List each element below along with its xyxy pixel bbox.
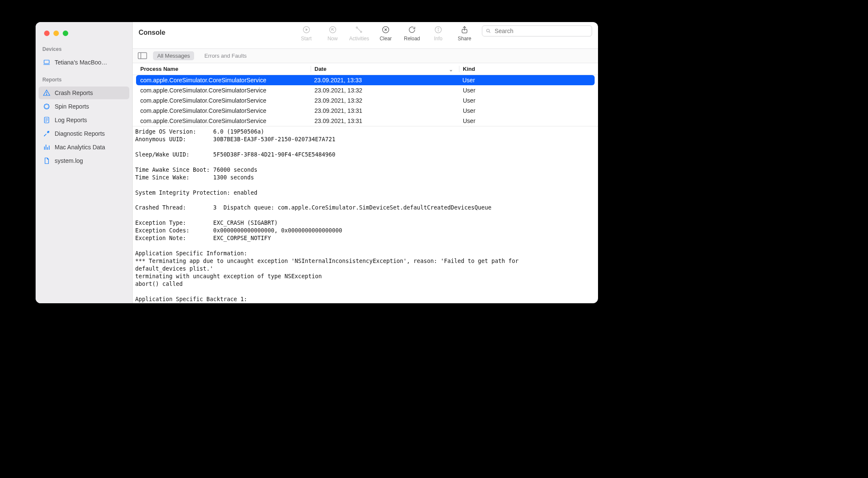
- app-title: Console: [139, 25, 165, 36]
- sidebar-item-label: system.log: [55, 157, 83, 164]
- cell-kind: User: [459, 107, 598, 114]
- info-circle-icon: [434, 25, 442, 34]
- cell-process: com.apple.CoreSimulator.CoreSimulatorSer…: [136, 77, 311, 84]
- sidebar-item-label: Diagnostic Reports: [55, 130, 105, 137]
- laptop-icon: [43, 59, 50, 66]
- toolbar-label: Activities: [349, 36, 369, 42]
- bar-chart-icon: [43, 143, 50, 151]
- cell-kind: User: [459, 117, 598, 124]
- now-button[interactable]: Now: [323, 25, 342, 42]
- toolbar-label: Share: [458, 36, 471, 42]
- cell-process: com.apple.CoreSimulator.CoreSimulatorSer…: [133, 87, 311, 94]
- cell-kind: User: [459, 87, 598, 94]
- table-row[interactable]: com.apple.CoreSimulator.CoreSimulatorSer…: [133, 95, 598, 106]
- cell-process: com.apple.CoreSimulator.CoreSimulatorSer…: [133, 117, 311, 124]
- sidebar-item-crash-reports[interactable]: Crash Reports: [39, 87, 129, 99]
- table-row[interactable]: com.apple.CoreSimulator.CoreSimulatorSer…: [133, 106, 598, 116]
- reload-icon: [408, 25, 416, 34]
- sort-indicator-icon: ⌄: [449, 67, 453, 73]
- cell-kind: User: [459, 77, 595, 84]
- reload-button[interactable]: Reload: [402, 25, 422, 42]
- tools-icon: [43, 130, 50, 137]
- sidebar-item-label: Spin Reports: [55, 103, 89, 110]
- main-pane: Console Start Now Activities Clear: [133, 22, 598, 303]
- toolbar-label: Start: [301, 36, 312, 42]
- sidebar-device-item[interactable]: Tetiana's MacBoo…: [39, 56, 129, 69]
- clear-button[interactable]: Clear: [376, 25, 395, 42]
- cell-kind: User: [459, 97, 598, 104]
- svg-rect-0: [44, 60, 49, 64]
- toolbar-label: Now: [328, 36, 338, 42]
- sidebar-item-label: Mac Analytics Data: [55, 144, 105, 151]
- toolbar-label: Reload: [404, 36, 420, 42]
- table-row[interactable]: com.apple.CoreSimulator.CoreSimulatorSer…: [136, 75, 595, 85]
- filter-all-messages[interactable]: All Messages: [153, 51, 194, 60]
- report-table-body: com.apple.CoreSimulator.CoreSimulatorSer…: [133, 75, 598, 126]
- share-button[interactable]: Share: [455, 25, 474, 42]
- column-header-process[interactable]: Process Name: [133, 66, 311, 72]
- sidebar-toggle-button[interactable]: [138, 52, 147, 60]
- svg-rect-14: [138, 53, 147, 59]
- now-circle-icon: [328, 25, 337, 34]
- zoom-window-button[interactable]: [63, 31, 68, 36]
- activities-button[interactable]: Activities: [349, 25, 369, 42]
- column-header-kind[interactable]: Kind: [459, 66, 598, 72]
- file-icon: [43, 157, 50, 165]
- column-header-date[interactable]: Date ⌄: [311, 66, 459, 72]
- cell-date: 23.09.2021, 13:32: [311, 87, 459, 94]
- cell-date: 23.09.2021, 13:31: [311, 117, 459, 124]
- sidebar-devices-header: Devices: [36, 39, 132, 56]
- share-icon: [460, 25, 469, 34]
- sidebar-item-label: Log Reports: [55, 117, 87, 123]
- toolbar: Console Start Now Activities Clear: [133, 22, 598, 48]
- branch-icon: [355, 25, 363, 34]
- search-icon: [486, 28, 491, 34]
- start-button[interactable]: Start: [297, 25, 316, 42]
- close-window-button[interactable]: [44, 31, 50, 36]
- window-controls: [36, 31, 132, 39]
- info-button[interactable]: Info: [428, 25, 448, 42]
- minimize-window-button[interactable]: [53, 31, 59, 36]
- cell-date: 23.09.2021, 13:33: [311, 77, 459, 84]
- toolbar-label: Clear: [380, 36, 392, 42]
- filter-bar: All Messages Errors and Faults: [133, 48, 598, 63]
- table-header: Process Name Date ⌄ Kind: [133, 63, 598, 75]
- search-field[interactable]: [482, 25, 592, 36]
- svg-point-11: [438, 28, 438, 28]
- clear-circle-icon: [381, 25, 390, 34]
- play-circle-icon: [302, 25, 311, 34]
- toolbar-label: Info: [434, 36, 442, 42]
- cell-date: 23.09.2021, 13:31: [311, 107, 459, 114]
- sidebar-reports-header: Reports: [36, 69, 132, 86]
- console-window: Devices Tetiana's MacBoo… Reports Crash …: [36, 22, 598, 303]
- document-list-icon: [43, 116, 50, 124]
- column-header-date-label: Date: [314, 66, 326, 72]
- svg-point-13: [487, 29, 489, 32]
- svg-point-1: [46, 94, 47, 95]
- sidebar-item-spin-reports[interactable]: Spin Reports: [39, 100, 129, 113]
- cell-process: com.apple.CoreSimulator.CoreSimulatorSer…: [133, 107, 311, 114]
- sidebar-item-log-reports[interactable]: Log Reports: [39, 114, 129, 126]
- table-row[interactable]: com.apple.CoreSimulator.CoreSimulatorSer…: [133, 85, 598, 95]
- spinner-icon: [43, 103, 50, 110]
- cell-process: com.apple.CoreSimulator.CoreSimulatorSer…: [133, 97, 311, 104]
- toolbar-buttons: Start Now Activities Clear Reload: [297, 25, 474, 42]
- sidebar-item-diagnostic-reports[interactable]: Diagnostic Reports: [39, 127, 129, 140]
- cell-date: 23.09.2021, 13:32: [311, 97, 459, 104]
- sidebar-item-label: Crash Reports: [55, 89, 93, 96]
- search-field-wrap: [482, 25, 592, 36]
- crash-report-detail[interactable]: Bridge OS Version: 6.0 (19P50506a) Anony…: [133, 126, 598, 303]
- svg-point-7: [356, 27, 358, 28]
- svg-point-8: [361, 31, 362, 32]
- sidebar: Devices Tetiana's MacBoo… Reports Crash …: [36, 22, 133, 303]
- search-input[interactable]: [494, 27, 588, 35]
- sidebar-item-system-log[interactable]: system.log: [39, 154, 129, 167]
- filter-errors-faults[interactable]: Errors and Faults: [200, 51, 251, 60]
- sidebar-item-mac-analytics[interactable]: Mac Analytics Data: [39, 141, 129, 154]
- warning-triangle-icon: [43, 89, 50, 97]
- sidebar-device-label: Tetiana's MacBoo…: [55, 59, 107, 66]
- sidebar-toggle-icon: [138, 52, 147, 59]
- table-row[interactable]: com.apple.CoreSimulator.CoreSimulatorSer…: [133, 116, 598, 126]
